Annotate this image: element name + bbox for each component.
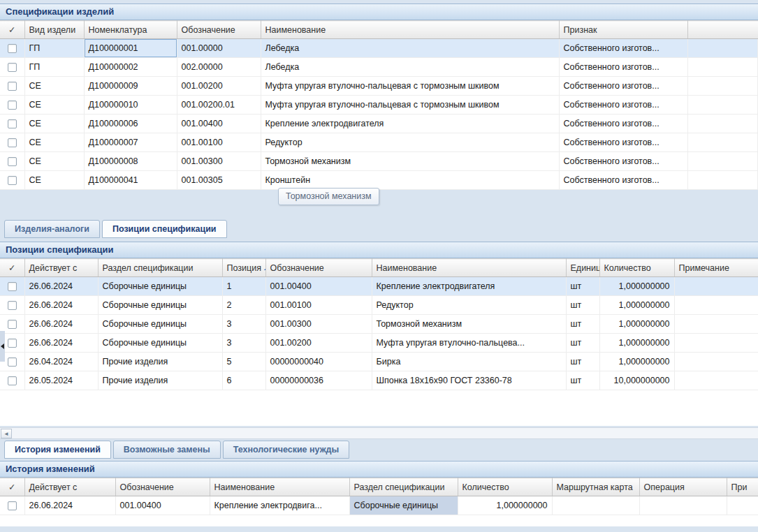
row-checkbox[interactable] xyxy=(8,157,17,166)
column-header[interactable]: Раздел спецификации xyxy=(349,478,458,496)
table-cell[interactable]: Д100000041 xyxy=(84,171,177,190)
table-cell[interactable]: Д100000008 xyxy=(84,152,177,171)
row-checkbox[interactable] xyxy=(8,339,17,348)
horizontal-scrollbar[interactable]: ◄ xyxy=(0,427,758,439)
column-header[interactable]: Обозначение xyxy=(265,259,372,277)
table-cell[interactable]: шт xyxy=(566,277,599,296)
row-checkbox[interactable] xyxy=(8,101,17,110)
table-cell[interactable]: шт xyxy=(566,353,599,371)
table-cell[interactable]: 002.00000 xyxy=(177,58,261,77)
table-cell[interactable]: Шпонка 18х16х90 ГОСТ 23360-78 xyxy=(372,371,566,390)
table-cell[interactable]: 5 xyxy=(222,353,265,371)
table-cell[interactable]: Собственного изготов... xyxy=(559,96,687,114)
column-header[interactable]: Обозначение xyxy=(177,21,261,39)
table-cell[interactable]: 26.06.2024 xyxy=(24,277,98,296)
table-cell[interactable]: Редуктор xyxy=(261,133,559,152)
tab-2[interactable]: Позиции спецификации xyxy=(102,220,227,238)
table-cell[interactable]: 1,000000000 xyxy=(599,277,674,296)
table-row[interactable]: СЕД100000009001.00200Муфта упругая втуло… xyxy=(0,77,758,96)
tab-3[interactable]: Технологические нужды xyxy=(223,441,349,459)
column-header[interactable]: Действует с xyxy=(24,259,98,277)
table-cell[interactable]: шт xyxy=(566,371,599,390)
table-cell[interactable] xyxy=(674,334,758,353)
column-header[interactable]: Вид издели xyxy=(24,21,84,39)
table-cell[interactable]: Собственного изготов... xyxy=(559,152,687,171)
table-cell[interactable] xyxy=(674,277,758,296)
column-header[interactable]: Номенклатура xyxy=(84,21,177,39)
table-cell[interactable] xyxy=(674,353,758,371)
select-all-header[interactable]: ✓ xyxy=(0,478,24,496)
select-all-header[interactable]: ✓ xyxy=(0,21,24,39)
table-cell[interactable]: ГП xyxy=(24,58,84,77)
scroll-left-arrow-icon[interactable]: ◄ xyxy=(1,429,12,438)
row-checkbox[interactable] xyxy=(8,138,17,147)
table-cell[interactable]: 26.04.2024 xyxy=(24,353,98,371)
column-header[interactable]: Позиция xyxy=(222,259,265,277)
column-header[interactable]: При xyxy=(727,478,758,496)
column-header[interactable]: Количество xyxy=(599,259,674,277)
table-cell[interactable]: Собственного изготов... xyxy=(559,133,687,152)
table-cell[interactable]: 00000000036 xyxy=(265,371,372,390)
table-cell[interactable]: Собственного изготов... xyxy=(559,114,687,133)
row-checkbox[interactable] xyxy=(8,63,17,72)
table-cell[interactable]: 26.06.2024 xyxy=(24,296,98,315)
table-cell[interactable]: шт xyxy=(566,334,599,353)
table-cell[interactable]: Прочие изделия xyxy=(98,371,222,390)
row-checkbox[interactable] xyxy=(8,119,17,128)
table-cell[interactable]: Д100000001 xyxy=(84,39,177,58)
column-header[interactable]: Количество xyxy=(458,478,552,496)
splitter-collapse-handle[interactable] xyxy=(0,331,5,362)
column-header[interactable]: Наименование xyxy=(261,21,559,39)
table-row[interactable]: 26.05.2024Прочие изделия600000000036Шпон… xyxy=(0,371,758,390)
table-cell[interactable]: Сборочные единицы xyxy=(98,277,222,296)
table-cell[interactable]: 001.00100 xyxy=(177,133,261,152)
column-header[interactable]: Признак xyxy=(559,21,687,39)
table-row[interactable]: ГПД100000002002.00000ЛебедкаСобственного… xyxy=(0,58,758,77)
table-cell[interactable]: 001.00200.01 xyxy=(177,96,261,114)
table-cell[interactable]: Д100000007 xyxy=(84,133,177,152)
table-cell[interactable]: 001.00400 xyxy=(177,114,261,133)
table-cell[interactable]: Сборочные единицы xyxy=(98,334,222,353)
row-checkbox[interactable] xyxy=(8,320,17,329)
table-cell[interactable]: Редуктор xyxy=(372,296,566,315)
column-header[interactable]: Наименование xyxy=(372,259,566,277)
table-cell[interactable] xyxy=(639,496,727,515)
table-row[interactable]: СЕД100000006001.00400Крепление электродв… xyxy=(0,114,758,133)
tab-1[interactable]: История изменений xyxy=(4,441,111,459)
column-header[interactable]: Маршрутная карта xyxy=(552,478,639,496)
table-cell[interactable]: СЕ xyxy=(24,152,84,171)
row-checkbox[interactable] xyxy=(8,176,17,185)
tab-2[interactable]: Возможные замены xyxy=(113,441,221,459)
table-cell[interactable]: 10,000000000 xyxy=(599,371,674,390)
column-header[interactable]: Раздел спецификации xyxy=(98,259,222,277)
table-row[interactable]: 26.06.2024Сборочные единицы3001.00300Тор… xyxy=(0,315,758,334)
table-row[interactable]: СЕД100000007001.00100РедукторСобственног… xyxy=(0,133,758,152)
table-row[interactable]: 26.06.2024001.00400Крепление электродвиг… xyxy=(0,496,758,515)
row-checkbox[interactable] xyxy=(8,282,17,291)
table-cell[interactable]: Муфта упругая втулочно-пальцевая с тормо… xyxy=(261,77,559,96)
table-cell[interactable]: 1,000000000 xyxy=(458,496,552,515)
table-cell[interactable]: 001.00000 xyxy=(177,39,261,58)
table-cell[interactable]: СЕ xyxy=(24,77,84,96)
table-cell[interactable]: 001.00200 xyxy=(177,77,261,96)
table-cell[interactable]: Д100000002 xyxy=(84,58,177,77)
select-all-header[interactable]: ✓ xyxy=(0,259,24,277)
table-cell[interactable]: 2 xyxy=(222,296,265,315)
table-cell[interactable]: 1,000000000 xyxy=(599,296,674,315)
table-cell[interactable]: Тормозной механизм xyxy=(261,152,559,171)
table-row[interactable]: ГПД100000001001.00000ЛебедкаСобственного… xyxy=(0,39,758,58)
table-cell[interactable]: 001.00400 xyxy=(265,277,372,296)
table-cell[interactable]: 001.00305 xyxy=(177,171,261,190)
table-cell[interactable]: 3 xyxy=(222,334,265,353)
table-cell[interactable]: Кронштейн xyxy=(261,171,559,190)
table-cell[interactable]: 001.00300 xyxy=(177,152,261,171)
column-header[interactable]: Обозначение xyxy=(115,478,210,496)
table-cell[interactable]: 26.06.2024 xyxy=(24,315,98,334)
column-header[interactable]: Примечание xyxy=(674,259,758,277)
row-checkbox[interactable] xyxy=(8,376,17,385)
table-cell[interactable]: ГП xyxy=(24,39,84,58)
table-cell[interactable]: Д100000009 xyxy=(84,77,177,96)
table-cell[interactable] xyxy=(552,496,639,515)
row-checkbox[interactable] xyxy=(8,82,17,91)
table-cell[interactable]: Собственного изготов... xyxy=(559,171,687,190)
